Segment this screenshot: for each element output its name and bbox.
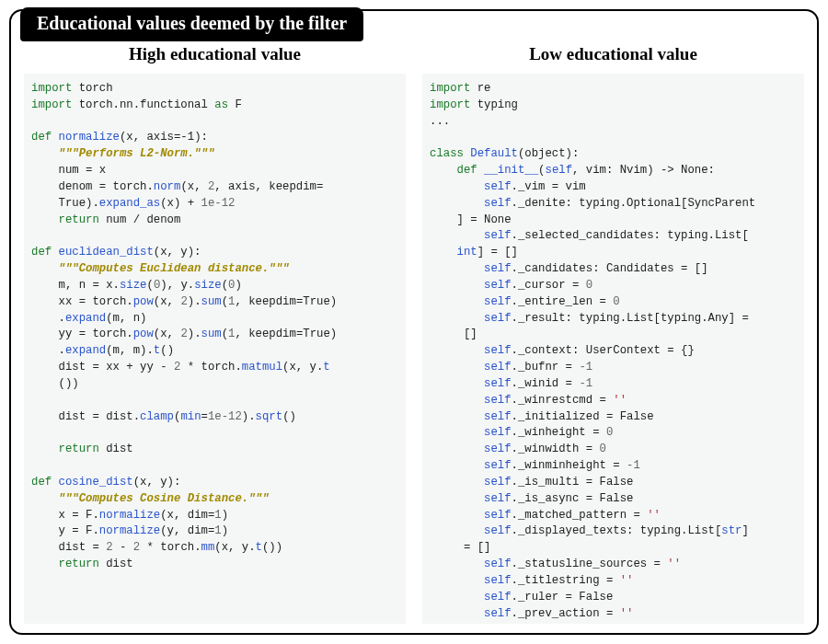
self: self xyxy=(484,295,512,308)
code: ). xyxy=(188,295,201,308)
self: self xyxy=(484,344,512,357)
code: True). xyxy=(59,197,99,210)
code: ._winminheight = xyxy=(512,459,627,472)
code: (x, xyxy=(180,180,208,193)
code: () xyxy=(282,410,296,423)
method: sum xyxy=(201,295,222,308)
docstring: """Performs L2-Norm.""" xyxy=(59,147,215,160)
code: () xyxy=(160,344,174,357)
code: (x, y. xyxy=(282,361,323,374)
self: self xyxy=(484,312,512,325)
class-name: Default xyxy=(470,147,518,160)
alias: F xyxy=(235,98,241,111)
code: ._initialized = False xyxy=(512,410,654,423)
self: self xyxy=(484,443,512,455)
kw-return: return xyxy=(59,558,99,570)
code: , keepdim=True) xyxy=(235,328,337,340)
method: t xyxy=(323,361,329,374)
code: ), y. xyxy=(160,279,194,292)
kw-class: class xyxy=(430,147,464,160)
method: clamp xyxy=(140,410,174,423)
type: int xyxy=(457,246,477,259)
self: self xyxy=(484,410,512,423)
code: - xyxy=(113,541,133,554)
method: matmul xyxy=(242,361,282,374)
params: (x, axis=-1): xyxy=(120,131,208,144)
kw-import: import xyxy=(430,82,470,95)
code: ._candidates: Candidates = [] xyxy=(512,262,708,275)
mod: re xyxy=(477,82,491,95)
code: x = F. xyxy=(59,509,99,522)
class-base: (object): xyxy=(518,147,579,160)
code: (x, xyxy=(154,328,181,340)
code: ( xyxy=(146,279,153,292)
self: self xyxy=(484,574,512,587)
code: ). xyxy=(242,410,256,423)
code: ()) xyxy=(262,541,282,554)
num: 0 xyxy=(606,426,613,439)
self: self xyxy=(484,262,512,275)
code-line: denom = torch. xyxy=(59,180,154,193)
kw-def: def xyxy=(31,246,52,259)
method: expand xyxy=(65,312,106,325)
method: expand_as xyxy=(99,197,160,210)
code: dist xyxy=(99,443,133,455)
kw-min: min xyxy=(180,410,201,423)
code: ()) xyxy=(59,377,79,390)
str: '' xyxy=(647,509,661,522)
method: normalize xyxy=(99,524,160,537)
num: 2 xyxy=(133,541,140,554)
self: self xyxy=(484,524,512,537)
str: '' xyxy=(620,574,634,587)
method: expand xyxy=(65,344,106,357)
num: 1e-12 xyxy=(208,410,242,423)
code: , axis, keepdim= xyxy=(214,180,323,193)
fn-name: euclidean_dist xyxy=(59,246,154,259)
num: 0 xyxy=(613,295,619,308)
str: '' xyxy=(620,607,634,620)
self: self xyxy=(484,279,512,292)
code: num / denom xyxy=(99,213,181,226)
code: = xyxy=(201,410,208,423)
params: (x, y): xyxy=(154,246,201,259)
code: ._result: typing.List[typing.Any] = xyxy=(512,312,749,325)
code: ._displayed_texts: typing.List[ xyxy=(512,524,722,537)
fn-name: cosine_dist xyxy=(59,476,133,489)
kw-return: return xyxy=(59,213,99,226)
ellipsis: ... xyxy=(484,623,504,624)
figure-frame: Educational values deemed by the filter … xyxy=(9,9,819,635)
code: ._statusline_sources = xyxy=(512,558,668,570)
self: self xyxy=(484,476,512,489)
code: ) xyxy=(222,509,228,522)
code: ._titlestring = xyxy=(512,574,620,587)
kw-def: def xyxy=(457,164,477,177)
code: , keepdim=True) xyxy=(235,295,337,308)
code: (x) + xyxy=(160,197,201,210)
left-heading: High educational value xyxy=(24,44,406,64)
params: (x, y): xyxy=(133,476,181,489)
num: 1 xyxy=(214,509,221,522)
self: self xyxy=(484,509,512,522)
code: ._winheight = xyxy=(512,426,606,439)
right-heading: Low educational value xyxy=(422,44,804,64)
params: , vim: Nvim) -> None: xyxy=(572,164,715,177)
num: 0 xyxy=(586,279,592,292)
num: -1 xyxy=(579,361,592,374)
code: ). xyxy=(188,328,201,340)
code: (m, n) xyxy=(106,312,146,325)
kw-def: def xyxy=(31,476,52,489)
wrap: ] xyxy=(742,524,748,537)
self: self xyxy=(484,459,512,472)
right-column: Low educational value import re import t… xyxy=(422,44,804,624)
method: sum xyxy=(201,328,222,340)
code: ) xyxy=(222,524,228,537)
method: norm xyxy=(154,180,181,193)
code: ._winid = xyxy=(512,377,580,390)
wrap: ] = None xyxy=(457,213,512,226)
mod: torch xyxy=(79,82,113,95)
fn-name: __init__ xyxy=(484,164,538,177)
code: dist = dist. xyxy=(59,410,141,423)
self: self xyxy=(484,426,512,439)
ellipsis: ... xyxy=(430,115,450,128)
code: ._cursor = xyxy=(512,279,586,292)
